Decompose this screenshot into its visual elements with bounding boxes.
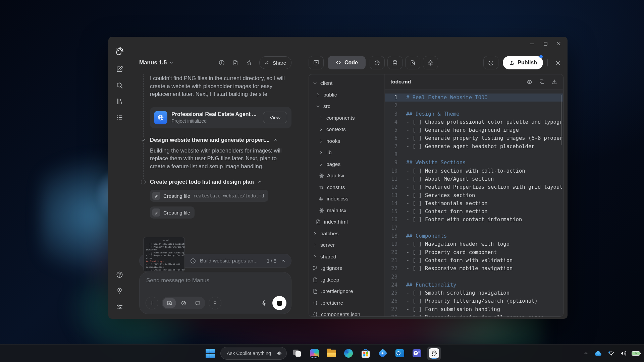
tree-item-index-html[interactable]: index.html: [309, 216, 384, 228]
database-button[interactable]: [387, 56, 402, 69]
step-title[interactable]: Design website theme and generate proper…: [150, 137, 291, 143]
volume-icon[interactable]: [620, 350, 627, 356]
new-task-icon[interactable]: [113, 62, 126, 76]
session-title-label: Manus 1.5: [139, 59, 167, 66]
gear-icon-button[interactable]: [423, 56, 438, 69]
close-panel-icon[interactable]: [552, 57, 564, 68]
step-title[interactable]: Create project todo list and design plan: [150, 179, 291, 185]
hidden-icons-chevron[interactable]: [583, 351, 589, 356]
edge-app[interactable]: [342, 347, 355, 360]
tree-item-const-ts[interactable]: TSconst.ts: [309, 182, 384, 193]
tree-item-prettierignore[interactable]: .prettierignore: [309, 286, 384, 297]
preview-monitor-button[interactable]: [309, 56, 324, 69]
microphone-icon[interactable]: [260, 300, 269, 306]
creating-file-pill[interactable]: Creating file: [150, 206, 195, 219]
chat-messages: I couldn't find PNG files in the current…: [139, 74, 291, 251]
secure-files-button[interactable]: [405, 56, 420, 69]
toolbar-divider: [547, 59, 548, 66]
whats-new-icon[interactable]: [113, 284, 126, 297]
manus-app-taskbar[interactable]: [427, 347, 441, 360]
editor-line-3: 3## Design & Theme: [385, 110, 563, 118]
history-button[interactable]: [483, 56, 498, 69]
tree-item-patches[interactable]: patches: [309, 228, 384, 240]
share-button[interactable]: Share: [259, 56, 291, 69]
tree-item-lib[interactable]: lib: [309, 147, 384, 159]
tree-item-src[interactable]: src: [309, 101, 384, 112]
editor-content[interactable]: 1# Real Estate Website TODO23## Design &…: [385, 89, 563, 317]
search-icon[interactable]: [113, 78, 126, 92]
window-close-button[interactable]: [552, 38, 566, 49]
copilot-app[interactable]: ✦: [376, 347, 389, 360]
line-number: 28: [385, 313, 404, 317]
taskbar-search[interactable]: [220, 347, 287, 360]
connectors-button[interactable]: [209, 297, 221, 309]
tree-item-App-tsx[interactable]: App.tsx: [309, 170, 384, 182]
step-active: Create project todo list and design plan: [139, 179, 291, 185]
line-number: 17: [385, 224, 404, 232]
tree-item-components[interactable]: components: [309, 112, 384, 124]
onedrive-icon[interactable]: [594, 350, 602, 356]
chevron-right-icon: [318, 115, 324, 121]
library-icon[interactable]: [113, 95, 126, 108]
settings-sliders-icon[interactable]: [113, 300, 126, 313]
teams-app[interactable]: T: [410, 347, 424, 360]
download-icon[interactable]: [551, 79, 557, 85]
tree-item-client[interactable]: client: [309, 77, 384, 89]
battery-icon[interactable]: [632, 351, 640, 356]
tree-item-server[interactable]: server: [309, 239, 384, 251]
tree-item-public[interactable]: public: [309, 89, 384, 101]
star-icon[interactable]: [246, 59, 253, 66]
editor-line-12: 12- [ ] Featured Properties section with…: [385, 183, 563, 191]
start-button[interactable]: [203, 347, 217, 360]
tree-item-contexts[interactable]: contexts: [309, 124, 384, 135]
message-input[interactable]: [146, 277, 286, 284]
file-explorer-app[interactable]: [325, 347, 338, 360]
pencil-icon: [152, 208, 160, 217]
wifi-vpn-icon[interactable]: [607, 350, 615, 356]
todo-file-thumbnail[interactable]: todo.md - [ ] Smooth scrolling navigatio…: [143, 237, 185, 272]
tree-item-hooks[interactable]: hooks: [309, 135, 384, 147]
tree-item-index-css[interactable]: index.css: [309, 193, 384, 205]
pill-label: Creating file: [163, 193, 190, 199]
usage-pie-button[interactable]: [370, 56, 385, 69]
current-task-label: Build website pages an...: [200, 258, 258, 264]
chat-mode-button[interactable]: [191, 298, 204, 308]
chevron-up-icon[interactable]: [281, 258, 286, 263]
window-minimize-button[interactable]: [525, 38, 539, 49]
manus-logo-icon[interactable]: [113, 44, 126, 58]
tree-item-gitkeep[interactable]: .gitkeep: [309, 274, 384, 286]
tree-item-pages[interactable]: pages: [309, 159, 384, 170]
tasks-list-icon[interactable]: [113, 111, 126, 124]
help-icon[interactable]: [113, 268, 126, 281]
chevron-right-icon: [315, 92, 321, 98]
voice-waveform-icon[interactable]: [276, 350, 282, 356]
info-icon[interactable]: [218, 59, 225, 66]
code-view-tab[interactable]: Code: [328, 56, 366, 69]
copilot-search-input[interactable]: [226, 350, 274, 356]
tree-item-gitignore[interactable]: .gitignore: [309, 262, 384, 274]
tree-item-components-json[interactable]: components.json: [309, 309, 384, 317]
tree-item-prettierrc[interactable]: .prettierrc: [309, 297, 384, 309]
agent-mode-button[interactable]: A: [163, 298, 176, 308]
effort-mode-button[interactable]: [177, 298, 190, 308]
attach-plus-button[interactable]: [146, 297, 158, 309]
task-view-button[interactable]: [290, 347, 304, 360]
stop-generation-button[interactable]: [272, 296, 286, 310]
tree-item-main-tsx[interactable]: main.tsx: [309, 205, 384, 217]
creating-file-pill[interactable]: Creating file realestate-website/todo.md: [150, 190, 268, 202]
session-title[interactable]: Manus 1.5: [139, 59, 174, 66]
preview-eye-icon[interactable]: [526, 79, 533, 85]
window-maximize-button[interactable]: [539, 38, 552, 49]
microsoft-store-icon: [362, 351, 370, 358]
publish-button[interactable]: Publish: [503, 56, 543, 69]
tree-item-shared[interactable]: shared: [309, 251, 384, 263]
microsoft-store-app[interactable]: [359, 347, 372, 360]
knowledge-doc-icon[interactable]: [232, 59, 239, 66]
outlook-app[interactable]: [393, 347, 407, 360]
m365-copilot-app[interactable]: M365: [308, 347, 321, 360]
editor-scrollbar[interactable]: [561, 95, 562, 145]
view-button[interactable]: View: [263, 112, 287, 123]
copy-icon[interactable]: [539, 79, 545, 85]
line-number: 9: [385, 159, 404, 167]
ts-file-icon: TS: [318, 184, 324, 190]
